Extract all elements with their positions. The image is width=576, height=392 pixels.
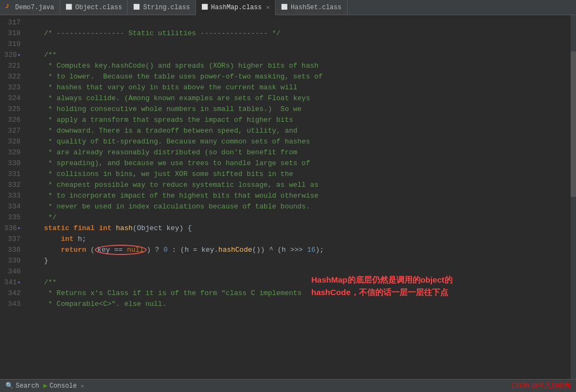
- line-333: 333 * to incorporate impact of the highe…: [0, 191, 576, 201]
- class-icon-4: ⬜: [281, 4, 289, 11]
- line-323: 323 * hashes that vary only in bits abov…: [0, 82, 576, 93]
- tab-label-stringclass: String.class: [143, 4, 189, 11]
- tab-hashsetclass[interactable]: ⬜ HashSet.class: [276, 0, 348, 15]
- tab-label-hashsetclass: HashSet.class: [291, 4, 342, 11]
- line-341: 341• /**: [0, 277, 576, 288]
- line-326: 326 * apply a transform that spreads the…: [0, 115, 576, 126]
- line-339: 339 }: [0, 256, 576, 266]
- console-icon: ▶: [43, 382, 47, 390]
- tab-label-demo7java: Demo7.java: [15, 4, 54, 11]
- line-327: 327 * downward. There is a tradeoff betw…: [0, 126, 576, 136]
- search-label: Search: [16, 382, 39, 390]
- class-icon-1: ⬜: [66, 4, 73, 11]
- tab-bar: J Demo7.java ⬜ Object.class ⬜ String.cla…: [0, 0, 576, 15]
- line-342: 342 * Returns x's Class if it is of the …: [0, 288, 576, 299]
- line-318: 318 /* ---------------- Static utilities…: [0, 28, 576, 39]
- line-328: 328 * quality of bit-spreading. Because …: [0, 136, 576, 147]
- tab-label-objectclass: Object.class: [75, 4, 122, 11]
- line-319: 319: [0, 39, 576, 50]
- tab-stringclass[interactable]: ⬜ String.class: [128, 0, 195, 15]
- line-322: 322 * to lower. Because the table uses p…: [0, 71, 576, 82]
- line-332: 332 * cheapest possible way to reduce sy…: [0, 180, 576, 191]
- console-tab[interactable]: ▶ Console ✕: [43, 382, 84, 390]
- line-334: 334 * never be used in index calculation…: [0, 201, 576, 212]
- status-bar-left: 🔍 Search ▶ Console ✕: [5, 382, 84, 390]
- line-331: 331 * collisions in bins, we just XOR so…: [0, 169, 576, 180]
- search-button[interactable]: 🔍 Search: [5, 382, 39, 390]
- tab-close-hashmapclass[interactable]: ✕: [266, 4, 270, 11]
- tab-hashmapclass[interactable]: ⬜ HashMap.class ✕: [196, 0, 276, 15]
- annotation-bubble: HashMap的底层仍然是调用的object的 hashCode，不信的话一层一…: [311, 274, 453, 298]
- search-icon: 🔍: [5, 382, 14, 390]
- line-329: 329 * are already reasonably distributed…: [0, 147, 576, 158]
- line-335: 335 */: [0, 212, 576, 223]
- tab-label-hashmapclass: HashMap.class: [211, 4, 262, 11]
- scrollbar-thumb[interactable]: [571, 51, 576, 197]
- class-icon-3: ⬜: [201, 4, 209, 11]
- code-lines: 317 318 /* ---------------- Static utili…: [0, 15, 576, 312]
- annotation-line1: HashMap的底层仍然是调用的object的: [311, 274, 453, 286]
- java-icon: J: [5, 4, 13, 11]
- main-content: 317 318 /* ---------------- Static utili…: [0, 15, 576, 379]
- scrollbar-track[interactable]: [571, 15, 576, 379]
- tab-objectclass[interactable]: ⬜ Object.class: [60, 0, 128, 15]
- annotation-line2: hashCode，不信的话一层一层往下点: [311, 286, 453, 299]
- line-330: 330 * spreading), and because we use tre…: [0, 158, 576, 169]
- line-324: 324 * always collide. (Among known examp…: [0, 93, 576, 104]
- console-close-icon: ✕: [81, 383, 84, 389]
- line-317: 317: [0, 17, 576, 28]
- line-343: 343 * Comparable<C>". else null.: [0, 299, 576, 310]
- line-336: 336• static final int hash(Object key) {: [0, 223, 576, 234]
- line-325: 325 * holding consecutive whole numbers …: [0, 104, 576, 115]
- class-icon-2: ⬜: [133, 4, 141, 11]
- line-337: 337 int h;: [0, 234, 576, 245]
- status-bar: 🔍 Search ▶ Console ✕ CSDN @平凡加班狗: [0, 379, 576, 392]
- console-label: Console: [49, 382, 76, 390]
- branding: CSDN @平凡加班狗: [511, 381, 571, 390]
- tab-demo7java[interactable]: J Demo7.java: [0, 0, 60, 15]
- line-321: 321 * Computes key.hashCode() and spread…: [0, 61, 576, 71]
- line-320: 320• /**: [0, 50, 576, 61]
- line-338: 338 return (key == null) ? 0 : (h = key.…: [0, 245, 576, 256]
- code-editor[interactable]: 317 318 /* ---------------- Static utili…: [0, 15, 576, 379]
- line-340: 340: [0, 266, 576, 277]
